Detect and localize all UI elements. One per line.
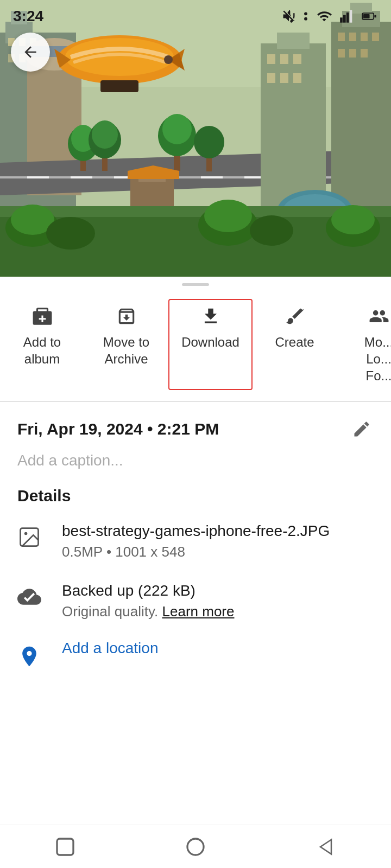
backup-info-content: Backed up (222 kB) Original quality. Lea… (62, 580, 234, 620)
svg-rect-62 (338, 33, 345, 41)
more-icon (367, 304, 391, 328)
download-action[interactable]: Download (168, 299, 253, 390)
data-icon (302, 9, 310, 24)
svg-rect-52 (277, 33, 310, 49)
svg-rect-32 (27, 176, 49, 178)
svg-rect-53 (267, 54, 275, 64)
create-action[interactable]: Create (253, 299, 337, 390)
back-button[interactable] (11, 33, 50, 72)
backup-detail-row: Backed up (222 kB) Original quality. Lea… (17, 580, 374, 620)
add-to-album-action[interactable]: Add toalbum (0, 299, 84, 390)
back-nav-icon (315, 836, 337, 858)
move-to-archive-label: Move toArchive (103, 334, 149, 367)
nav-recents-button[interactable] (49, 831, 81, 863)
action-bar: Add toalbum Move toArchive Download (0, 290, 391, 401)
create-icon (283, 304, 307, 328)
svg-point-45 (92, 120, 118, 149)
svg-rect-68 (361, 49, 368, 58)
svg-marker-88 (320, 839, 331, 854)
details-title: Details (17, 487, 374, 505)
svg-rect-63 (349, 33, 356, 41)
status-icons (281, 9, 378, 24)
svg-point-80 (204, 200, 252, 232)
svg-rect-86 (57, 839, 73, 855)
svg-rect-54 (280, 54, 288, 64)
handle-bar (182, 283, 209, 286)
svg-rect-25 (100, 80, 138, 92)
svg-rect-8 (363, 14, 370, 18)
backup-status: Backed up (222 kB) (62, 580, 234, 601)
svg-point-50 (194, 126, 224, 158)
bottom-nav (0, 825, 391, 868)
create-label: Create (275, 334, 314, 350)
svg-point-1 (304, 17, 307, 21)
file-dimensions: 0.5MP • 1001 x 548 (62, 544, 330, 560)
svg-point-0 (304, 12, 307, 15)
move-to-archive-action[interactable]: Move toArchive (84, 299, 168, 390)
edit-date-button[interactable] (350, 417, 374, 441)
svg-rect-4 (346, 12, 349, 23)
svg-rect-65 (372, 33, 379, 41)
file-detail-row: best-strategy-games-iphone-free-2.JPG 0.… (17, 520, 374, 560)
photo-image (0, 0, 391, 277)
svg-rect-66 (338, 49, 345, 58)
download-icon (199, 304, 223, 328)
photo-container (0, 0, 391, 277)
backup-quality: Original quality. Learn more (62, 603, 234, 620)
svg-rect-7 (374, 15, 376, 18)
city-svg (0, 0, 391, 277)
status-bar: 3:24 (0, 0, 391, 30)
svg-point-81 (250, 215, 293, 246)
svg-rect-33 (71, 176, 92, 178)
caption-input[interactable]: Add a caption... (17, 452, 374, 469)
svg-rect-36 (201, 176, 223, 178)
location-detail-row[interactable]: Add a location (17, 640, 374, 671)
add-location-link[interactable]: Add a location (62, 640, 158, 657)
file-info-content: best-strategy-games-iphone-free-2.JPG 0.… (62, 520, 330, 560)
circle-nav-icon (185, 836, 206, 858)
svg-rect-3 (343, 15, 346, 23)
signal-icon (339, 9, 355, 24)
svg-point-48 (162, 114, 192, 144)
location-pin-icon (17, 642, 47, 671)
svg-rect-5 (350, 10, 352, 22)
svg-rect-58 (293, 73, 301, 83)
details-section: Fri, Apr 19, 2024 • 2:21 PM Add a captio… (0, 402, 391, 706)
wifi-icon (315, 9, 333, 24)
svg-rect-2 (340, 17, 343, 22)
add-to-album-label: Add toalbum (23, 334, 61, 367)
svg-rect-55 (293, 54, 301, 64)
pencil-icon (352, 419, 371, 439)
back-arrow-icon (22, 43, 39, 61)
more-action[interactable]: Mo...Lo...Fo... (337, 299, 391, 390)
svg-point-87 (187, 839, 204, 855)
svg-rect-67 (349, 49, 356, 58)
location-content: Add a location (62, 640, 158, 657)
svg-point-78 (46, 217, 95, 250)
battery-icon (361, 9, 378, 24)
nav-home-button[interactable] (179, 831, 212, 863)
svg-point-85 (24, 532, 28, 535)
square-nav-icon (54, 836, 76, 858)
svg-rect-57 (280, 73, 288, 83)
learn-more-link[interactable]: Learn more (162, 603, 235, 620)
download-label: Download (181, 334, 239, 350)
archive-icon (115, 304, 138, 328)
mute-icon (281, 9, 297, 24)
svg-point-29 (164, 55, 173, 64)
svg-rect-64 (361, 33, 368, 41)
svg-point-83 (331, 205, 375, 234)
sheet-handle (0, 277, 391, 290)
add-to-album-icon (30, 304, 54, 328)
date-row: Fri, Apr 19, 2024 • 2:21 PM (17, 417, 374, 441)
date-text: Fri, Apr 19, 2024 • 2:21 PM (17, 420, 219, 438)
status-time: 3:24 (13, 8, 43, 25)
cloud-backup-icon (17, 582, 47, 611)
svg-point-24 (65, 38, 174, 76)
svg-rect-56 (267, 73, 275, 83)
bottom-sheet: Add toalbum Move toArchive Download (0, 277, 391, 706)
nav-back-button[interactable] (310, 831, 342, 863)
filename: best-strategy-games-iphone-free-2.JPG (62, 520, 330, 541)
more-label: Mo...Lo...Fo... (364, 334, 391, 385)
image-file-icon (17, 522, 47, 552)
